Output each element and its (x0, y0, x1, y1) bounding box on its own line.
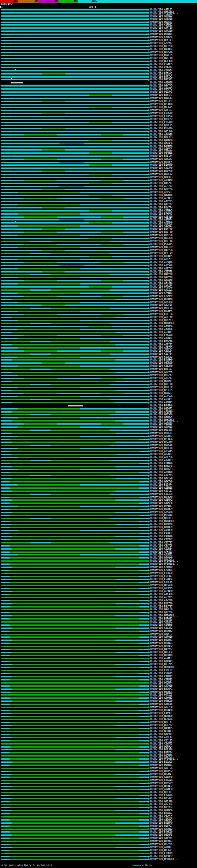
hit-label[interactable]: UniRef100_Q115M5 (150, 91, 172, 94)
hit-label[interactable]: UniRef100_B7KP43 (150, 213, 172, 216)
hit-label[interactable]: UniRef100_B5Z7F6 (150, 602, 172, 606)
hit-label[interactable]: UniRef100_Q7MHZ7 (150, 505, 172, 508)
hit-bar[interactable] (1, 113, 148, 114)
hit-bar[interactable] (1, 167, 148, 169)
hit-bar[interactable] (1, 850, 148, 851)
hit-label[interactable]: UniRef100_A9NZ10 (150, 30, 172, 33)
hit-label[interactable]: UniRef100_C0QEZ2 (150, 355, 172, 359)
hit-bar[interactable] (1, 469, 148, 470)
hit-bar[interactable] (1, 859, 148, 860)
hit-label[interactable]: UniRef100_B94MH6 (150, 404, 172, 407)
hit-label[interactable]: UniRef100_Q5YQX0 (150, 556, 172, 559)
hit-bar[interactable] (1, 521, 148, 522)
hit-label[interactable]: UniRef100_Q3AWC6 (150, 809, 172, 812)
hit-bar[interactable] (1, 201, 148, 202)
hit-bar[interactable] (1, 554, 148, 555)
hit-label[interactable]: UniRef100_Q15UC2 (150, 855, 172, 858)
hit-label[interactable]: UniRef100_A90RH9 (150, 529, 172, 532)
hit-label[interactable]: UniRef100_B6T3J8 (150, 60, 172, 63)
hit-bar[interactable] (1, 58, 148, 59)
hit-label[interactable]: UniRef100_Q7NEW2 (150, 416, 172, 420)
hit-label[interactable]: UniRef100_B1HKX0 (150, 496, 172, 499)
hit-label[interactable]: UniRef100_A7Z939 (150, 410, 172, 413)
hit-bar[interactable] (1, 752, 148, 753)
hit-label[interactable]: UniRef100_C1FD12 (150, 23, 172, 27)
hit-bar[interactable] (1, 55, 148, 56)
hit-label[interactable]: UniRef100_B9FIH2 (150, 75, 172, 79)
hit-label[interactable]: UniRef100_A5GQ10 (150, 261, 172, 264)
hit-label[interactable]: UniRef100_Q28WQ1 (150, 642, 172, 645)
hit-bar[interactable] (1, 387, 148, 388)
hit-bar[interactable] (1, 61, 148, 62)
hit-bar[interactable] (1, 691, 148, 693)
hit-label[interactable]: UniRef100_B5IMA9 (150, 822, 172, 825)
hit-label[interactable]: UniRef100_UPI0000... (150, 420, 178, 423)
hit-label[interactable]: UniRef100_C5Q3W7 (150, 575, 172, 578)
hit-label[interactable]: UniRef100_C5ZVT8 (150, 270, 172, 273)
hit-bar[interactable] (1, 414, 148, 415)
hit-label[interactable]: UniRef100_Q01EE3 (150, 21, 172, 24)
hit-bar[interactable] (1, 195, 148, 196)
hit-bar[interactable] (1, 378, 148, 379)
hit-bar[interactable] (1, 271, 148, 273)
hit-bar[interactable] (1, 104, 148, 105)
hit-label[interactable]: UniRef100_Q9NWF0 (150, 139, 172, 142)
hit-label[interactable]: UniRef100_A9Y9E9 (150, 133, 172, 136)
hit-label[interactable]: UniRef100_Q1L256 (150, 611, 172, 614)
hit-bar[interactable] (1, 152, 148, 154)
hit-label[interactable]: UniRef100_Q4UBL4 (150, 691, 172, 694)
hit-bar[interactable] (1, 299, 148, 300)
hit-bar[interactable] (1, 302, 148, 303)
hit-label[interactable]: UniRef100_B4B144 (150, 155, 172, 158)
hit-label[interactable]: UniRef100_Q05JN0 (150, 130, 172, 133)
hit-bar[interactable] (1, 819, 148, 820)
hit-bar[interactable] (1, 710, 148, 711)
hit-bar[interactable] (1, 119, 148, 120)
hit-bar[interactable] (1, 344, 148, 345)
hit-bar[interactable] (1, 597, 148, 598)
hit-bar[interactable] (1, 618, 148, 620)
hit-bar[interactable] (1, 655, 148, 656)
hit-label[interactable]: UniRef100_C1M9J4 (150, 69, 172, 72)
hit-bar[interactable] (1, 213, 148, 215)
hit-bar[interactable] (1, 646, 148, 647)
hit-label[interactable]: UniRef100_P54415 (150, 243, 172, 246)
hit-bar[interactable] (1, 813, 148, 814)
hit-label[interactable]: UniRef100_Q046H7 (150, 392, 172, 395)
hit-label[interactable]: UniRef100_Q79992 (150, 285, 172, 288)
hit-label[interactable]: UniRef100_A8Y1E7 (150, 109, 172, 112)
hit-label[interactable]: UniRef100_B0JG71 (150, 849, 172, 852)
hit-bar[interactable] (1, 518, 148, 519)
hit-bar[interactable] (1, 527, 148, 528)
hit-label[interactable]: UniRef100_A7ZB33 (150, 459, 172, 462)
hit-bar[interactable] (1, 588, 148, 589)
hit-label[interactable]: UniRef100_Q21TV9 (150, 252, 172, 255)
hit-bar[interactable] (1, 634, 148, 635)
hit-label[interactable]: UniRef100_A8EVM5 (150, 371, 172, 374)
hit-label[interactable]: UniRef100_C49PB7 (150, 675, 172, 678)
hit-bar[interactable] (1, 143, 148, 145)
hit-label[interactable]: UniRef100_B98DX8 (150, 298, 172, 301)
hit-bar[interactable] (1, 505, 148, 507)
hit-bar[interactable] (1, 488, 148, 489)
hit-bar[interactable] (1, 356, 148, 358)
hit-bar[interactable] (1, 509, 148, 510)
hit-label[interactable]: UniRef100_Q01E19 (150, 423, 172, 426)
hit-bar[interactable] (1, 704, 148, 705)
hit-bar[interactable] (1, 664, 148, 665)
hit-label[interactable]: UniRef100_B5VV90 (150, 170, 172, 173)
hit-bar[interactable] (1, 19, 148, 20)
hit-label[interactable]: UniRef100_B21T30 (150, 230, 172, 234)
hit-label[interactable]: UniRef100_B2V7P4 (150, 206, 172, 209)
hit-label[interactable]: UniRef100_UPI0001... (150, 757, 178, 761)
hit-label[interactable]: UniRef100_A8LTC4 (150, 767, 172, 770)
hit-bar[interactable] (1, 433, 148, 434)
hit-bar[interactable] (1, 308, 148, 309)
hit-bar[interactable] (1, 411, 148, 412)
hit-label[interactable]: UniRef100_A6VCF7 (150, 633, 172, 636)
hit-label[interactable]: UniRef100_C32T87 (150, 541, 172, 545)
hit-label[interactable]: UniRef100_C331E7 (150, 490, 172, 493)
hit-bar[interactable] (1, 579, 148, 580)
hit-label[interactable]: UniRef100_C7Z084 (150, 569, 172, 572)
hit-label[interactable]: UniRef100_B9NYZ9 (150, 273, 172, 276)
